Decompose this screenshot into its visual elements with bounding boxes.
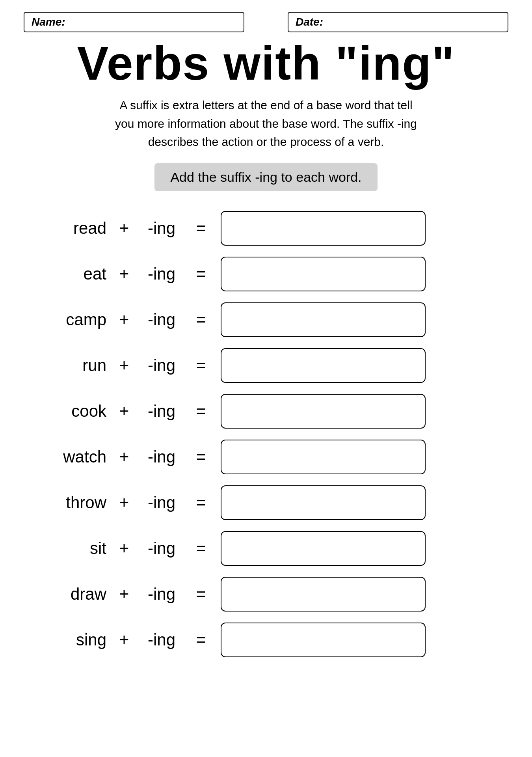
answer-box-watch[interactable] <box>221 440 426 474</box>
suffix-label: -ing <box>134 539 189 558</box>
suffix-label: -ing <box>134 585 189 604</box>
answer-box-cook[interactable] <box>221 394 426 429</box>
equals-sign: = <box>189 585 213 604</box>
word-label-eat: eat <box>35 265 114 283</box>
word-label-watch: watch <box>35 447 114 466</box>
equals-sign: = <box>189 447 213 466</box>
exercise-row: throw+-ing= <box>35 485 497 520</box>
plus-sign: + <box>114 493 134 512</box>
word-label-read: read <box>35 219 114 238</box>
suffix-label: -ing <box>134 219 189 238</box>
answer-box-eat[interactable] <box>221 257 426 291</box>
instruction-box: Add the suffix -ing to each word. <box>154 163 377 191</box>
word-label-sing: sing <box>35 630 114 649</box>
exercise-row: read+-ing= <box>35 211 497 246</box>
exercise-row: run+-ing= <box>35 348 497 383</box>
name-label: Name: <box>32 16 65 28</box>
exercise-row: sit+-ing= <box>35 531 497 566</box>
exercise-list: read+-ing=eat+-ing=camp+-ing=run+-ing=co… <box>24 211 508 657</box>
exercise-row: camp+-ing= <box>35 302 497 337</box>
answer-box-read[interactable] <box>221 211 426 246</box>
equals-sign: = <box>189 219 213 238</box>
exercise-row: watch+-ing= <box>35 440 497 474</box>
date-label: Date: <box>296 16 323 28</box>
equals-sign: = <box>189 630 213 649</box>
word-label-draw: draw <box>35 585 114 604</box>
equals-sign: = <box>189 265 213 283</box>
equals-sign: = <box>189 310 213 329</box>
word-label-sit: sit <box>35 539 114 558</box>
answer-box-run[interactable] <box>221 348 426 383</box>
suffix-label: -ing <box>134 265 189 283</box>
answer-box-sit[interactable] <box>221 531 426 566</box>
equals-sign: = <box>189 356 213 375</box>
plus-sign: + <box>114 402 134 421</box>
word-label-camp: camp <box>35 310 114 329</box>
plus-sign: + <box>114 219 134 238</box>
equals-sign: = <box>189 493 213 512</box>
answer-box-draw[interactable] <box>221 577 426 612</box>
word-label-run: run <box>35 356 114 375</box>
plus-sign: + <box>114 310 134 329</box>
plus-sign: + <box>114 585 134 604</box>
page-title: Verbs with "ing" <box>24 39 508 87</box>
exercise-row: draw+-ing= <box>35 577 497 612</box>
suffix-label: -ing <box>134 310 189 329</box>
equals-sign: = <box>189 402 213 421</box>
plus-sign: + <box>114 447 134 466</box>
name-field[interactable]: Name: <box>24 12 244 32</box>
answer-box-sing[interactable] <box>221 623 426 657</box>
suffix-label: -ing <box>134 493 189 512</box>
word-label-throw: throw <box>35 493 114 512</box>
suffix-label: -ing <box>134 402 189 421</box>
exercise-row: eat+-ing= <box>35 257 497 291</box>
plus-sign: + <box>114 356 134 375</box>
suffix-label: -ing <box>134 356 189 375</box>
description-text: A suffix is extra letters at the end of … <box>24 96 508 151</box>
plus-sign: + <box>114 630 134 649</box>
answer-box-camp[interactable] <box>221 302 426 337</box>
word-label-cook: cook <box>35 402 114 421</box>
exercise-row: cook+-ing= <box>35 394 497 429</box>
equals-sign: = <box>189 539 213 558</box>
exercise-row: sing+-ing= <box>35 623 497 657</box>
answer-box-throw[interactable] <box>221 485 426 520</box>
plus-sign: + <box>114 539 134 558</box>
date-field[interactable]: Date: <box>288 12 508 32</box>
header-row: Name: Date: <box>24 12 508 32</box>
suffix-label: -ing <box>134 630 189 649</box>
plus-sign: + <box>114 265 134 283</box>
suffix-label: -ing <box>134 447 189 466</box>
